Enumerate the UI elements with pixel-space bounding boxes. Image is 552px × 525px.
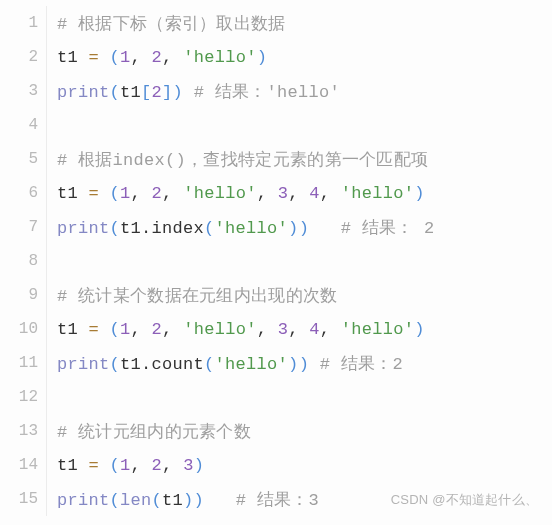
code-token: =: [89, 456, 100, 475]
code-token: =: [89, 184, 100, 203]
line-number: 8: [0, 252, 46, 270]
code-token: ): [194, 456, 205, 475]
code-line: 5# 根据index()，查找特定元素的第一个匹配项: [0, 142, 552, 176]
code-token: count: [152, 355, 205, 374]
code-token: ): [194, 491, 205, 510]
code-token: [204, 491, 236, 510]
code-token: ,: [162, 184, 183, 203]
code-token: 'hello': [215, 355, 289, 374]
gutter-divider: [46, 312, 47, 346]
code-token: 4: [309, 320, 320, 339]
code-token: ): [257, 48, 268, 67]
code-token: [99, 456, 110, 475]
line-number: 7: [0, 218, 46, 236]
gutter-divider: [46, 142, 47, 176]
gutter-divider: [46, 6, 47, 40]
code-content: # 根据下标（索引）取出数据: [57, 12, 552, 35]
code-token: (: [110, 184, 121, 203]
code-line: 15print(len(t1)) # 结果：3: [0, 482, 552, 516]
code-content: # 根据index()，查找特定元素的第一个匹配项: [57, 148, 552, 171]
code-token: ,: [288, 184, 309, 203]
code-token: 3: [183, 456, 194, 475]
code-token: 2: [152, 83, 163, 102]
code-token: t1: [57, 456, 89, 475]
code-token: (: [110, 320, 121, 339]
code-content: print(t1[2]) # 结果：'hello': [57, 80, 552, 103]
code-token: t1: [57, 320, 89, 339]
code-token: 4: [309, 184, 320, 203]
code-token: print: [57, 83, 110, 102]
line-number: 15: [0, 490, 46, 508]
code-token: 1: [120, 184, 131, 203]
code-token: # 结果： 2: [341, 219, 435, 238]
line-number: 6: [0, 184, 46, 202]
code-token: [99, 48, 110, 67]
code-token: print: [57, 219, 110, 238]
code-token: [183, 83, 194, 102]
code-token: =: [89, 320, 100, 339]
code-line: 13# 统计元组内的元素个数: [0, 414, 552, 448]
code-line: 8: [0, 244, 552, 278]
code-token: ): [414, 184, 425, 203]
line-number: 13: [0, 422, 46, 440]
code-token: ,: [131, 320, 152, 339]
code-token: [99, 184, 110, 203]
code-token: ): [288, 219, 299, 238]
code-token: 2: [152, 184, 163, 203]
line-number: 10: [0, 320, 46, 338]
code-line: 4: [0, 108, 552, 142]
code-content: # 统计元组内的元素个数: [57, 420, 552, 443]
code-token: (: [110, 83, 121, 102]
code-line: 7print(t1.index('hello')) # 结果： 2: [0, 210, 552, 244]
code-token: [99, 320, 110, 339]
code-token: 1: [120, 48, 131, 67]
code-token: ): [183, 491, 194, 510]
code-token: ]: [162, 83, 173, 102]
code-token: (: [204, 219, 215, 238]
code-token: ,: [131, 456, 152, 475]
code-line: 14t1 = (1, 2, 3): [0, 448, 552, 482]
gutter-divider: [46, 108, 47, 142]
gutter-divider: [46, 210, 47, 244]
gutter-divider: [46, 414, 47, 448]
code-token: (: [152, 491, 163, 510]
line-number: 4: [0, 116, 46, 134]
code-token: ,: [131, 184, 152, 203]
code-token: 2: [152, 320, 163, 339]
code-token: (: [110, 355, 121, 374]
code-token: 'hello': [215, 219, 289, 238]
code-token: t1: [57, 184, 89, 203]
gutter-divider: [46, 380, 47, 414]
code-token: (: [110, 48, 121, 67]
code-token: ,: [162, 48, 183, 67]
line-number: 5: [0, 150, 46, 168]
code-token: [309, 355, 320, 374]
code-token: 'hello': [341, 184, 415, 203]
gutter-divider: [46, 482, 47, 516]
code-line: 6t1 = (1, 2, 'hello', 3, 4, 'hello'): [0, 176, 552, 210]
code-token: 1: [120, 456, 131, 475]
code-token: ,: [257, 184, 278, 203]
code-token: # 根据index()，查找特定元素的第一个匹配项: [57, 151, 428, 170]
code-token: 'hello': [341, 320, 415, 339]
gutter-divider: [46, 278, 47, 312]
code-token: # 统计元组内的元素个数: [57, 423, 251, 442]
code-token: (: [110, 219, 121, 238]
code-token: ): [299, 219, 310, 238]
line-number: 1: [0, 14, 46, 32]
code-content: print(t1.count('hello')) # 结果：2: [57, 352, 552, 375]
code-content: print(t1.index('hello')) # 结果： 2: [57, 216, 552, 239]
code-line: 12: [0, 380, 552, 414]
code-token: 1: [120, 320, 131, 339]
line-number: 14: [0, 456, 46, 474]
code-token: print: [57, 491, 110, 510]
code-token: .: [141, 355, 152, 374]
code-token: ,: [320, 320, 341, 339]
gutter-divider: [46, 244, 47, 278]
code-token: 3: [278, 184, 289, 203]
code-token: ): [173, 83, 184, 102]
code-token: [: [141, 83, 152, 102]
code-token: 'hello': [183, 48, 257, 67]
gutter-divider: [46, 176, 47, 210]
line-number: 9: [0, 286, 46, 304]
